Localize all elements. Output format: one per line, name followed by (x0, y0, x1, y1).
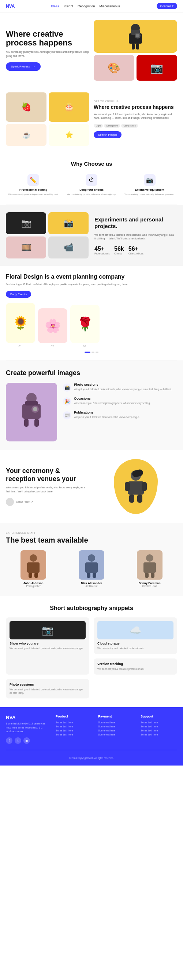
auto-card-show-title: Show who you are (9, 641, 86, 645)
nav-link-misc[interactable]: Miscellaneous (99, 5, 120, 8)
footer-socials: f t in (6, 737, 50, 744)
footer-product-link-3[interactable]: Some text here (56, 729, 92, 732)
s2-tags: Light Atmosphere Composition (94, 124, 177, 127)
floral-btn-label: Early Events (10, 293, 27, 296)
exp-image-2: 📸 (48, 212, 88, 234)
hero-images-bottom: 🎨 📷 (94, 55, 177, 81)
powerful-item-occasions-text: Occasions We connect you & talented phot… (74, 397, 150, 405)
nav-link-insight[interactable]: Insight (63, 5, 73, 8)
footer-brand-desc: Some helpful text of 1-2 sentences max, … (6, 722, 50, 733)
footer-payment-link-1[interactable]: Some text here (98, 721, 135, 724)
ceremony-author-name: Sarah Frank ↗ (16, 500, 33, 503)
s2-tag-atmosphere: Atmosphere (104, 124, 120, 127)
team-name-3: Danny Freeman (139, 581, 161, 585)
facebook-icon[interactable]: f (6, 737, 13, 744)
exp-images: 📷 📸 🎞️ 📹 (6, 212, 88, 258)
svg-rect-26 (85, 562, 98, 573)
stat-professionals: 45+ Professionals (95, 246, 110, 255)
s2-title: Where creative process happens (94, 104, 177, 110)
ceremony-image (114, 459, 158, 514)
powerful-item-publications-text: Publications We push you & talented crea… (74, 410, 139, 419)
footer-support-link-1[interactable]: Some text here (140, 721, 177, 724)
auto-card-cloud-col: ☁️ Cloud storage We connect you & talent… (94, 617, 177, 675)
footer-support-link-4[interactable]: Some text here (140, 733, 177, 736)
floral-images: 🌻 01. 🌸 02. 🌹 03. (6, 303, 177, 348)
floral-image-item-1: 🌻 01. (6, 303, 35, 348)
hero-cta-button[interactable]: Spark Process → (6, 62, 41, 71)
search-people-button[interactable]: Search People (94, 131, 121, 138)
nav-general-button[interactable]: General ▾ (157, 3, 177, 9)
nav-links: Ideas Insight Recognition Miscellaneous (51, 5, 120, 8)
fruits-icon: 🍓 (21, 102, 31, 112)
hero-images: 🎨 📷 (94, 20, 177, 81)
why-card-editing-desc: We consistently provide impressive, incr… (8, 193, 58, 196)
powerful-title: Create powerful images (6, 369, 177, 377)
auto-card-version-title: Version tracking (97, 662, 174, 666)
navigation: NVA Ideas Insight Recognition Miscellane… (0, 0, 183, 13)
footer-col-payment-links: Some text here Some text here Some text … (98, 721, 135, 736)
exp-image-4: 📹 (48, 237, 88, 258)
floral-img-2: 🌸 (38, 308, 67, 343)
auto-card-version: Version tracking We connect you & creati… (94, 659, 177, 675)
svg-point-6 (136, 34, 139, 37)
svg-point-29 (146, 554, 153, 562)
svg-rect-10 (24, 419, 28, 427)
floral-img-1: 🌻 (6, 303, 35, 343)
team-photo-2 (79, 550, 104, 580)
why-card-editing-title: Professional editing (19, 188, 47, 191)
footer-payment-link-2[interactable]: Some text here (98, 725, 135, 728)
footer-col-support-links: Some text here Some text here Some text … (140, 721, 177, 736)
cake-icon: 🎂 (64, 102, 74, 112)
footer-product-link-4[interactable]: Some text here (56, 733, 92, 736)
exp-desc: We connect you & talented professionals,… (95, 233, 177, 240)
powerful-item-publications: 📰 Publications We push you & talented cr… (63, 410, 177, 419)
nav-btn-label: General (160, 5, 170, 8)
powerful-list: 📸 Photo sessions We get you & talented p… (63, 383, 177, 419)
stat-clients-label: Clients (114, 252, 124, 255)
team-person-3-svg (140, 552, 159, 578)
get-to-know-section: 🍓 🎂 ☕ ⭐ GET TO KNOW US Where creative pr… (0, 86, 183, 152)
team-person-1-svg (24, 552, 43, 578)
why-card-equipment-title: Extensive equipment (135, 188, 164, 191)
dot-3 (96, 352, 98, 353)
footer: NVA Some helpful text of 1-2 sentences m… (0, 707, 183, 765)
why-card-equipment: 📷 Extensive equipment Your creativity co… (122, 174, 177, 196)
auto-title: Short autobiography snippets (6, 605, 177, 611)
early-events-button[interactable]: Early Events (6, 291, 31, 298)
team-label: EXPERIENCED STAFF (6, 531, 177, 534)
floral-image-item-3: 🌹 03. (70, 305, 99, 348)
floral-desc: Just starting out? Feel confident. Altho… (6, 283, 177, 287)
footer-product-link-2[interactable]: Some text here (56, 725, 92, 728)
ceremony-right (95, 459, 177, 514)
footer-payment-link-4[interactable]: Some text here (98, 733, 135, 736)
s2-btn-label: Search People (98, 133, 117, 137)
auto-grid: 📷 Show who you are We connect you & tale… (6, 617, 177, 698)
powerful-section: Create powerful images 📸 Photo sessions … (0, 360, 183, 450)
svg-point-21 (30, 554, 37, 562)
floral-title: Floral Design is a event planning compan… (6, 273, 177, 280)
nav-link-ideas[interactable]: Ideas (51, 5, 59, 8)
svg-point-25 (88, 554, 95, 562)
powerful-item-photo-text: Photo sessions We get you & talented pro… (74, 383, 172, 391)
exp-title: Experiments and personal projects. (95, 216, 177, 229)
powerful-item-occasions-desc: We connect you & talented photographers,… (74, 401, 150, 405)
footer-support-link-3[interactable]: Some text here (140, 729, 177, 732)
team-member-3: Danny Freeman Creative Lead (122, 550, 177, 587)
powerful-content: 📸 Photo sessions We get you & talented p… (6, 383, 177, 441)
twitter-icon[interactable]: t (15, 737, 21, 744)
powerful-item-photo-title: Photo sessions (74, 383, 172, 387)
nav-link-recognition[interactable]: Recognition (77, 5, 95, 8)
stat-cities-label: Cities, offices (128, 252, 144, 255)
footer-brand: NVA Some helpful text of 1-2 sentences m… (6, 714, 50, 744)
footer-product-link-1[interactable]: Some text here (56, 721, 92, 724)
footer-payment-link-3[interactable]: Some text here (98, 729, 135, 732)
dot-2 (92, 352, 95, 353)
svg-rect-3 (132, 44, 135, 49)
svg-rect-19 (137, 495, 142, 503)
ceremony-section: Your ceremony & reception venues your We… (0, 450, 183, 523)
team-members: John Johnson Photographer Nick Alexander… (6, 550, 177, 587)
footer-support-link-2[interactable]: Some text here (140, 725, 177, 728)
why-title: Why Choose us (6, 161, 177, 167)
instagram-icon[interactable]: in (24, 737, 30, 744)
svg-rect-27 (87, 573, 90, 578)
